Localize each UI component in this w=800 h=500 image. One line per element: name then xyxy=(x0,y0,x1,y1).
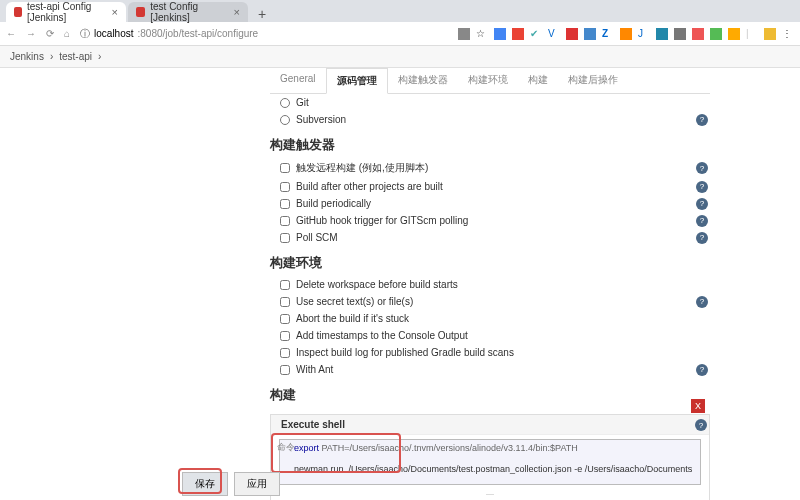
checkbox[interactable] xyxy=(280,216,290,226)
option-label: GitHub hook trigger for GITScm polling xyxy=(296,215,468,226)
build-step: X ? Execute shell 命令 export PATH=/Users/… xyxy=(270,414,710,500)
section-title-triggers: 构建触发器 xyxy=(270,128,710,158)
forward-icon[interactable]: → xyxy=(26,28,36,39)
checkbox[interactable] xyxy=(280,348,290,358)
env-option[interactable]: With Ant? xyxy=(270,361,710,378)
radio[interactable] xyxy=(280,98,290,108)
env-option[interactable]: Use secret text(s) or file(s)? xyxy=(270,293,710,310)
url-host: localhost xyxy=(94,28,133,39)
ext-icon[interactable] xyxy=(620,28,632,40)
option-label: 触发远程构建 (例如,使用脚本) xyxy=(296,161,428,175)
delete-step-button[interactable]: X xyxy=(691,399,705,413)
close-icon[interactable]: × xyxy=(112,6,118,18)
option-label: Abort the build if it's stuck xyxy=(296,313,409,324)
ext-icon[interactable] xyxy=(674,28,686,40)
scm-option[interactable]: Subversion ? xyxy=(270,111,710,128)
checkbox[interactable] xyxy=(280,331,290,341)
ext-icon[interactable] xyxy=(656,28,668,40)
option-label: Subversion xyxy=(296,114,346,125)
ext-icon[interactable] xyxy=(512,28,524,40)
tab-title: test Config [Jenkins] xyxy=(150,1,233,23)
info-icon[interactable]: ⓘ xyxy=(80,27,90,41)
ext-icon[interactable] xyxy=(710,28,722,40)
option-label: Delete workspace before build starts xyxy=(296,279,458,290)
apply-button[interactable]: 应用 xyxy=(234,472,280,496)
tab-title: test-api Config [Jenkins] xyxy=(27,1,112,23)
breadcrumb-item[interactable]: test-api xyxy=(59,51,92,62)
browser-tab-inactive[interactable]: test Config [Jenkins] × xyxy=(128,2,248,22)
home-icon[interactable]: ⌂ xyxy=(64,28,70,39)
jenkins-favicon xyxy=(14,7,22,17)
help-icon[interactable]: ? xyxy=(696,364,708,376)
ext-icon[interactable] xyxy=(728,28,740,40)
checkbox[interactable] xyxy=(280,297,290,307)
tab-scm[interactable]: 源码管理 xyxy=(326,68,388,94)
ext-icon[interactable]: J xyxy=(638,28,650,40)
option-label: Build periodically xyxy=(296,198,371,209)
tab-build[interactable]: 构建 xyxy=(518,68,558,93)
help-icon[interactable]: ? xyxy=(696,198,708,210)
env-option[interactable]: Abort the build if it's stuck xyxy=(270,310,710,327)
env-option[interactable]: Delete workspace before build starts xyxy=(270,276,710,293)
ext-icon[interactable] xyxy=(458,28,470,40)
tab-triggers[interactable]: 构建触发器 xyxy=(388,68,458,93)
help-icon[interactable]: ? xyxy=(695,419,707,431)
ext-icon[interactable] xyxy=(566,28,578,40)
chevron-right-icon: › xyxy=(98,51,101,62)
back-icon[interactable]: ← xyxy=(6,28,16,39)
close-icon[interactable]: × xyxy=(234,6,240,18)
browser-tab-active[interactable]: test-api Config [Jenkins] × xyxy=(6,2,126,22)
breadcrumb-root[interactable]: Jenkins xyxy=(10,51,44,62)
divider: | xyxy=(746,28,758,40)
url-field[interactable]: ⓘ localhost:8080/job/test-api/configure xyxy=(80,27,448,41)
checkbox[interactable] xyxy=(280,233,290,243)
reload-icon[interactable]: ⟳ xyxy=(46,28,54,39)
help-icon[interactable]: ? xyxy=(696,215,708,227)
option-label: Poll SCM xyxy=(296,232,338,243)
help-icon[interactable]: ? xyxy=(696,296,708,308)
star-icon[interactable]: ☆ xyxy=(476,28,488,40)
option-label: Git xyxy=(296,97,309,108)
tab-general[interactable]: General xyxy=(270,68,326,93)
env-option[interactable]: Inspect build log for published Gradle b… xyxy=(270,344,710,361)
chevron-right-icon: › xyxy=(50,51,53,62)
checkbox[interactable] xyxy=(280,182,290,192)
ext-icon[interactable] xyxy=(494,28,506,40)
tab-env[interactable]: 构建环境 xyxy=(458,68,518,93)
help-icon[interactable]: ? xyxy=(696,181,708,193)
trigger-option[interactable]: Build after other projects are built? xyxy=(270,178,710,195)
env-option[interactable]: Add timestamps to the Console Output xyxy=(270,327,710,344)
option-label: Add timestamps to the Console Output xyxy=(296,330,468,341)
scm-option[interactable]: Git xyxy=(270,94,710,111)
trigger-option[interactable]: GitHub hook trigger for GITScm polling? xyxy=(270,212,710,229)
trigger-option[interactable]: Build periodically? xyxy=(270,195,710,212)
shell-command-textarea[interactable]: export PATH=/Users/isaacho/.tnvm/version… xyxy=(279,439,701,485)
tab-post[interactable]: 构建后操作 xyxy=(558,68,628,93)
option-label: Use secret text(s) or file(s) xyxy=(296,296,413,307)
menu-icon[interactable]: ⋮ xyxy=(782,28,794,40)
trigger-option[interactable]: Poll SCM? xyxy=(270,229,710,246)
ext-icon[interactable]: ✔ xyxy=(530,28,542,40)
help-icon[interactable]: ? xyxy=(696,114,708,126)
checkbox[interactable] xyxy=(280,280,290,290)
checkbox[interactable] xyxy=(280,314,290,324)
option-label: Inspect build log for published Gradle b… xyxy=(296,347,514,358)
ext-icon[interactable]: V xyxy=(548,28,560,40)
jenkins-favicon xyxy=(136,7,145,17)
ext-icon[interactable] xyxy=(692,28,704,40)
help-icon[interactable]: ? xyxy=(696,162,708,174)
save-button[interactable]: 保存 xyxy=(182,472,228,496)
checkbox[interactable] xyxy=(280,365,290,375)
config-tab-bar: General 源码管理 构建触发器 构建环境 构建 构建后操作 xyxy=(270,68,710,94)
help-icon[interactable]: ? xyxy=(696,232,708,244)
ext-icon[interactable] xyxy=(584,28,596,40)
option-label: With Ant xyxy=(296,364,333,375)
ext-icon[interactable]: Z xyxy=(602,28,614,40)
trigger-option[interactable]: 触发远程构建 (例如,使用脚本)? xyxy=(270,158,710,178)
new-tab-button[interactable]: + xyxy=(250,6,274,22)
option-label: Build after other projects are built xyxy=(296,181,443,192)
ext-icon[interactable] xyxy=(764,28,776,40)
checkbox[interactable] xyxy=(280,163,290,173)
checkbox[interactable] xyxy=(280,199,290,209)
radio[interactable] xyxy=(280,115,290,125)
